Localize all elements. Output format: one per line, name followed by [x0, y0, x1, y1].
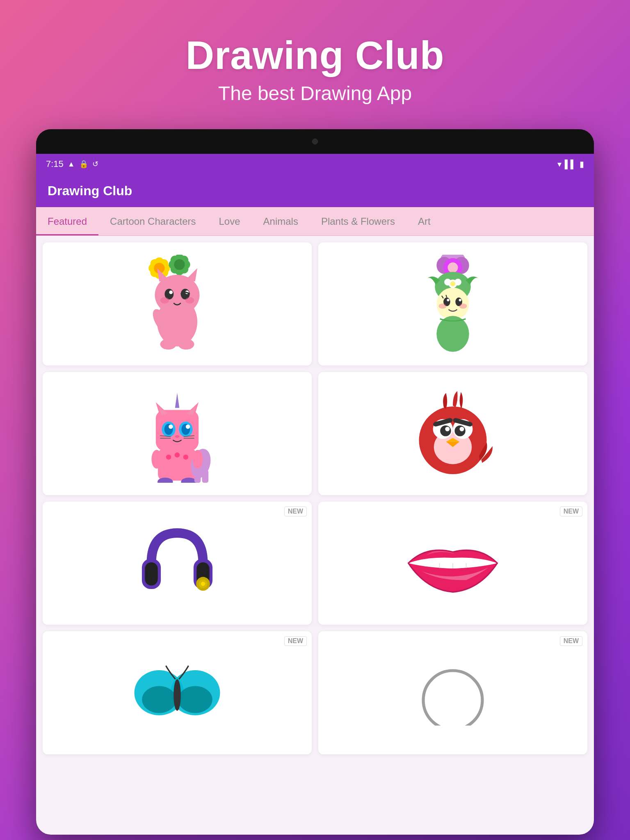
battery-icon: ▮ [580, 159, 584, 169]
tab-featured[interactable]: Featured [36, 207, 98, 235]
tab-cartoon-characters[interactable]: Cartoon Characters [98, 207, 207, 235]
svg-point-27 [185, 297, 194, 304]
card-butterfly[interactable]: NEW [43, 631, 312, 754]
wifi-icon: ▾ [557, 159, 562, 169]
status-time: 7:15 [46, 159, 64, 169]
svg-point-77 [175, 452, 180, 458]
new-badge-lips: NEW [560, 507, 582, 516]
status-right: ▾ ▌▌ ▮ [557, 159, 584, 169]
svg-point-80 [193, 450, 203, 469]
tab-plants-flowers[interactable]: Plants & Flowers [310, 207, 406, 235]
card-pink-cat[interactable] [43, 242, 312, 365]
svg-point-79 [151, 450, 162, 469]
svg-point-87 [440, 425, 451, 436]
unikitty-illustration [132, 384, 222, 483]
svg-point-107 [173, 679, 181, 711]
tab-animals[interactable]: Animals [252, 207, 310, 235]
app-bar: Drawing Club [36, 174, 594, 207]
app-title-section: Drawing Club The best Drawing App [186, 0, 445, 105]
status-left: 7:15 ▲ 🔒 ↺ [46, 159, 98, 169]
tab-bar[interactable]: Featured Cartoon Characters Love Animals… [36, 207, 594, 236]
tab-love[interactable]: Love [208, 207, 252, 235]
new-badge-headphones: NEW [284, 507, 307, 516]
svg-point-29 [160, 339, 176, 349]
svg-point-39 [454, 278, 461, 285]
svg-point-38 [444, 278, 451, 285]
content-grid: NEW NEW [36, 236, 594, 761]
headphones-illustration [134, 520, 220, 606]
card-unikitty[interactable] [43, 372, 312, 495]
lock-icon: 🔒 [79, 160, 88, 169]
tablet-frame: 7:15 ▲ 🔒 ↺ ▾ ▌▌ ▮ Drawing Club Featured … [36, 129, 594, 835]
svg-point-17 [174, 259, 185, 270]
svg-point-106 [178, 686, 212, 713]
svg-rect-94 [145, 562, 158, 586]
svg-point-69 [169, 425, 173, 429]
svg-point-78 [183, 454, 189, 460]
svg-point-99 [201, 582, 205, 586]
app-subtitle: The best Drawing App [186, 82, 445, 105]
app-title: Drawing Club [186, 33, 445, 78]
svg-rect-57 [194, 470, 201, 483]
svg-point-48 [439, 304, 447, 309]
tab-art[interactable]: Art [406, 207, 442, 235]
svg-point-49 [459, 304, 467, 309]
card-lips[interactable]: NEW [318, 502, 587, 625]
camera-dot [312, 139, 318, 144]
svg-point-108 [423, 671, 482, 726]
svg-point-24 [169, 290, 173, 294]
card-angry-bird[interactable] [318, 372, 587, 495]
svg-point-45 [459, 299, 461, 301]
svg-point-76 [166, 454, 171, 460]
card-circle[interactable]: NEW [318, 631, 587, 754]
svg-marker-64 [175, 393, 179, 408]
pink-cat-illustration [132, 255, 222, 353]
butterfly-illustration [132, 660, 222, 726]
tablet-screen: 7:15 ▲ 🔒 ↺ ▾ ▌▌ ▮ Drawing Club Featured … [36, 154, 594, 835]
card-flower-fairy[interactable] [318, 242, 587, 365]
tablet-top-bar [36, 129, 594, 154]
flower-fairy-illustration [408, 255, 498, 353]
svg-point-26 [160, 297, 169, 304]
signal-icon: ▌▌ [565, 160, 576, 169]
arrow-up-icon: ▲ [68, 160, 75, 169]
svg-rect-58 [202, 470, 209, 483]
new-badge-circle: NEW [560, 636, 582, 646]
svg-point-44 [447, 299, 449, 301]
svg-point-89 [445, 427, 450, 431]
circle-illustration [416, 660, 490, 726]
svg-point-30 [178, 339, 194, 349]
svg-point-105 [142, 686, 176, 713]
svg-point-40 [450, 281, 456, 287]
new-badge-butterfly: NEW [284, 636, 307, 646]
circle-icon: ↺ [92, 160, 98, 169]
svg-point-71 [175, 435, 179, 438]
angry-bird-illustration [408, 388, 498, 479]
app-bar-title: Drawing Club [48, 183, 132, 199]
svg-point-70 [186, 425, 190, 429]
svg-point-35 [447, 262, 458, 273]
status-bar: 7:15 ▲ 🔒 ↺ ▾ ▌▌ ▮ [36, 154, 594, 174]
lips-illustration [399, 522, 506, 604]
svg-point-88 [454, 425, 465, 436]
svg-point-90 [460, 427, 464, 431]
card-headphones[interactable]: NEW [43, 502, 312, 625]
